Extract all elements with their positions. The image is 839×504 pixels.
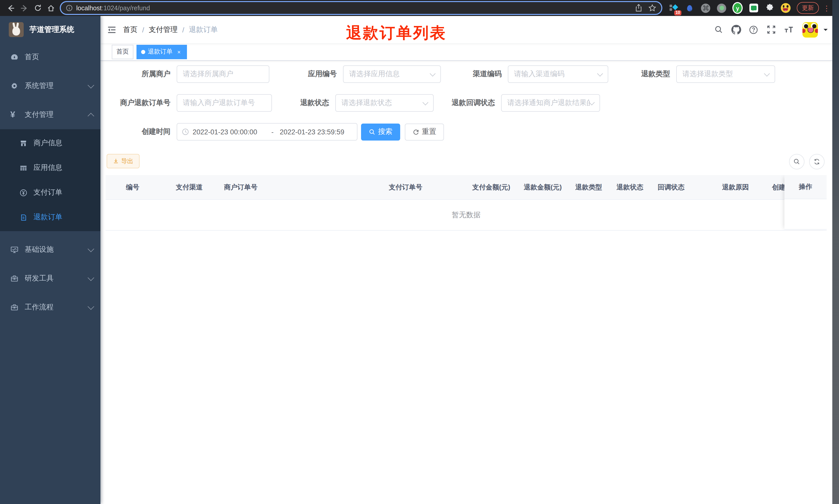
- filter-row-2: 商户退款订单号 请输入商户退款订单号 退款状态 请选择退款状态 退款回调状态: [106, 94, 834, 112]
- export-button[interactable]: 导出: [107, 154, 140, 168]
- column-header[interactable]: 退款状态: [611, 182, 653, 192]
- date-range-picker[interactable]: 2022-01-23 00:00:00 - 2022-01-23 23:59:5…: [177, 123, 357, 141]
- reset-button[interactable]: 重置: [405, 123, 444, 140]
- browser-back-button[interactable]: [4, 1, 18, 15]
- tab-close-icon[interactable]: ×: [176, 48, 182, 55]
- column-header[interactable]: 支付渠道: [160, 182, 219, 192]
- yen-icon: ¥: [10, 110, 19, 120]
- sidebar-item-workflow[interactable]: 工作流程: [0, 293, 101, 322]
- app-frame: 芋道管理系统 首页 系统管理 ¥ 支付管理: [0, 16, 839, 504]
- extension-balloon-icon[interactable]: [684, 3, 695, 13]
- sidebar-item-label: 系统管理: [25, 82, 89, 91]
- table-refresh-icon[interactable]: [809, 154, 825, 169]
- header-search-icon[interactable]: [712, 23, 725, 36]
- search-button[interactable]: 搜索: [361, 123, 400, 140]
- app-title: 芋道管理系统: [29, 24, 74, 34]
- column-header[interactable]: 编号: [106, 182, 160, 192]
- browser-update-button[interactable]: 更新: [797, 2, 819, 14]
- column-header[interactable]: 退款原因: [704, 182, 767, 192]
- browser-chrome: localhost:1024/pay/refund 10: [0, 0, 839, 16]
- sidebar-item-devtools[interactable]: 研发工具: [0, 264, 101, 293]
- date-separator: -: [271, 128, 274, 136]
- sidebar-item-label: 应用信息: [34, 163, 62, 173]
- sidebar-item-label: 支付订单: [34, 188, 62, 197]
- sidebar-item-home[interactable]: 首页: [0, 43, 101, 72]
- extension-chat-icon[interactable]: [748, 3, 758, 13]
- chevron-down-icon: [88, 274, 94, 281]
- date-end-input[interactable]: 2022-01-23 23:59:59: [280, 128, 352, 136]
- annotation-title: 退款订单列表: [346, 23, 447, 44]
- chevron-down-icon: [88, 245, 94, 252]
- sidebar-item-refund-order[interactable]: 退款订单: [0, 205, 101, 230]
- window-scrollbar[interactable]: [832, 0, 839, 504]
- column-header[interactable]: 回调状态: [653, 182, 704, 192]
- table-search-toggle-icon[interactable]: [789, 154, 804, 169]
- help-icon[interactable]: [747, 23, 760, 36]
- channel-select[interactable]: 请输入渠道编码: [508, 66, 608, 83]
- page-content: 所属商户 请选择所属商户 应用编号 请选择应用信息 渠道编码: [101, 61, 839, 504]
- extension-y-icon[interactable]: y: [732, 3, 743, 13]
- sidebar-item-app-info[interactable]: 应用信息: [0, 156, 101, 180]
- breadcrumb: 首页 / 支付管理 / 退款订单: [123, 25, 218, 34]
- column-header[interactable]: 支付订单号: [384, 182, 467, 192]
- tab-refund-order[interactable]: 退款订单 ×: [137, 44, 187, 59]
- sidebar-logo[interactable]: 芋道管理系统: [0, 16, 101, 43]
- share-icon[interactable]: [635, 4, 642, 12]
- app-select[interactable]: 请选择应用信息: [343, 66, 441, 83]
- sidebar-item-pay[interactable]: ¥ 支付管理: [0, 101, 101, 129]
- tab-home[interactable]: 首页: [112, 44, 133, 59]
- chevron-down-icon: [597, 71, 603, 76]
- github-icon[interactable]: [729, 23, 743, 36]
- clock-icon: [182, 128, 189, 136]
- browser-reload-button[interactable]: [31, 1, 44, 15]
- extension-puzzle-icon[interactable]: [764, 3, 774, 13]
- column-header[interactable]: 支付金额(元): [467, 182, 519, 192]
- font-size-icon[interactable]: [782, 23, 795, 36]
- chevron-down-icon: [764, 71, 770, 76]
- navbar-actions: [712, 22, 839, 37]
- fullscreen-icon[interactable]: [764, 23, 778, 36]
- extension-command-icon[interactable]: [700, 3, 711, 13]
- breadcrumb-current: 退款订单: [189, 25, 218, 34]
- sidebar-item-system[interactable]: 系统管理: [0, 72, 101, 101]
- refund-type-select[interactable]: 请选择退款类型: [676, 66, 775, 83]
- merchant-refund-no-input[interactable]: 请输入商户退款订单号: [177, 94, 272, 112]
- browser-home-button[interactable]: [44, 1, 58, 15]
- extension-record-icon[interactable]: [716, 3, 727, 13]
- sidebar-item-infra[interactable]: 基础设施: [0, 235, 101, 264]
- notify-status-select[interactable]: 请选择通知商户退款结果的: [501, 94, 600, 112]
- site-info-icon[interactable]: [66, 5, 73, 11]
- breadcrumb-pay[interactable]: 支付管理: [149, 25, 178, 34]
- sidebar-item-pay-order[interactable]: 支付订单: [0, 180, 101, 205]
- extension-emoji-icon[interactable]: [780, 3, 790, 13]
- breadcrumb-separator: /: [142, 25, 144, 34]
- column-header[interactable]: 退款金额(元): [519, 182, 570, 192]
- extension-blocks-icon[interactable]: 10: [668, 3, 679, 13]
- avatar[interactable]: [802, 22, 818, 37]
- sidebar-item-merchant-info[interactable]: 商户信息: [0, 131, 101, 156]
- breadcrumb-home[interactable]: 首页: [123, 25, 138, 34]
- avatar-caret-icon[interactable]: [824, 29, 828, 33]
- merchant-refund-no-label: 商户退款订单号: [106, 98, 177, 108]
- hamburger-icon[interactable]: [101, 25, 123, 34]
- chevron-down-icon: [88, 82, 94, 88]
- date-start-input[interactable]: 2022-01-23 00:00:00: [193, 128, 265, 136]
- channel-label: 渠道编码: [473, 70, 508, 79]
- browser-menu-icon[interactable]: ⋮: [823, 4, 830, 12]
- merchant-select[interactable]: 请选择所属商户: [177, 66, 269, 83]
- table-header-row: 编号 支付渠道 商户订单号 支付订单号 支付金额(元) 退款金额(元) 退款类型…: [106, 175, 827, 200]
- address-bar[interactable]: localhost:1024/pay/refund: [61, 2, 661, 14]
- filter-row-1: 所属商户 请选择所属商户 应用编号 请选择应用信息 渠道编码: [106, 65, 834, 84]
- bookmark-star-icon[interactable]: [648, 4, 656, 12]
- column-header[interactable]: 退款类型: [570, 182, 611, 192]
- url-text[interactable]: localhost:1024/pay/refund: [76, 4, 635, 12]
- column-header-action[interactable]: 操作: [784, 175, 827, 199]
- tags-view-bar: 首页 退款订单 ×: [101, 43, 839, 61]
- chevron-up-icon: [88, 112, 94, 119]
- column-header[interactable]: 商户订单号: [219, 182, 384, 192]
- refund-status-select[interactable]: 请选择退款状态: [335, 94, 434, 112]
- sidebar-item-label: 退款订单: [34, 213, 62, 222]
- merchant-label: 所属商户: [106, 70, 177, 79]
- browser-forward-button[interactable]: [18, 1, 31, 15]
- gear-icon: [10, 82, 19, 90]
